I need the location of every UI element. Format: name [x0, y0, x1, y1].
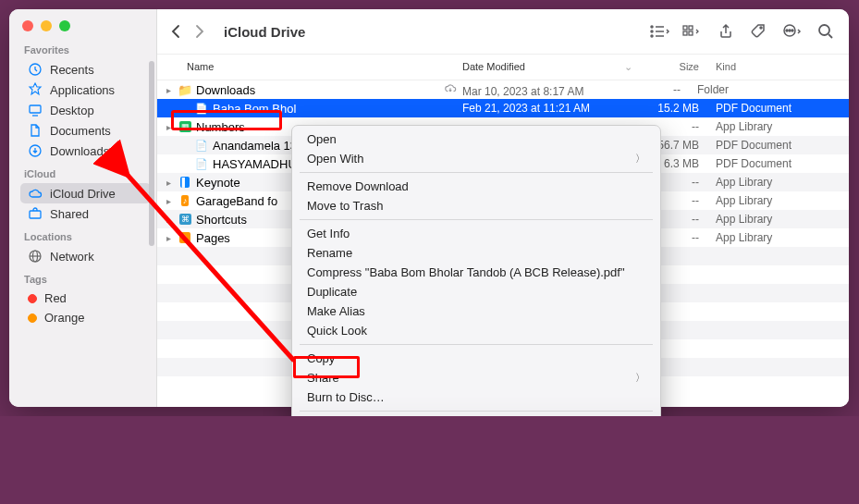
sidebar-item-orange[interactable]: Orange	[20, 308, 151, 327]
file-name: Keynote	[196, 176, 240, 190]
apps-icon	[28, 82, 43, 97]
svg-point-21	[786, 30, 788, 31]
file-row[interactable]: ▸📁Downloads Mar 10, 2023 at 8:17 AM--Fol…	[157, 80, 849, 99]
separator	[300, 172, 653, 173]
context-open[interactable]: Open	[292, 129, 660, 149]
file-size: 15.2 MB	[642, 102, 706, 115]
context-quick[interactable]: Quick Look	[292, 321, 660, 340]
separator	[300, 344, 653, 345]
file-kind: App Library	[706, 194, 849, 207]
toolbar: iCloud Drive	[157, 9, 849, 54]
file-name: GarageBand fo	[196, 194, 277, 208]
back-button[interactable]	[170, 24, 181, 39]
file-date: Mar 10, 2023 at 8:17 AM	[462, 85, 583, 98]
file-name: Shortcuts	[196, 213, 247, 227]
file-name: Pages	[196, 231, 230, 245]
disclosure-icon[interactable]: ▸	[163, 85, 174, 95]
file-name: Downloads	[196, 83, 255, 97]
column-headers[interactable]: Name Date Modified ⌄ Size Kind	[157, 54, 849, 80]
file-kind: Folder	[688, 83, 849, 96]
tag-dot-icon	[28, 294, 37, 303]
sidebar-item-shared[interactable]: Shared	[20, 203, 151, 224]
sidebar-item-label: Recents	[50, 63, 94, 77]
sidebar-item-applications[interactable]: Applications	[20, 80, 151, 100]
svg-rect-15	[689, 26, 693, 30]
sidebar-item-label: Desktop	[50, 104, 94, 117]
file-name: HASYAMADHU	[213, 157, 297, 171]
sidebar-item-documents[interactable]: Documents	[20, 120, 151, 141]
disclosure-icon[interactable]: ▸	[163, 233, 174, 243]
svg-rect-16	[683, 31, 687, 35]
cloud-download-icon[interactable]	[444, 85, 457, 98]
col-size[interactable]: Size	[642, 58, 706, 76]
sidebar-scrollbar[interactable]	[147, 55, 156, 314]
context-make[interactable]: Make Alias	[292, 301, 660, 321]
window-title: iCloud Drive	[224, 24, 305, 40]
group-icon[interactable]	[682, 24, 703, 39]
file-kind: App Library	[706, 231, 849, 244]
context-share[interactable]: Share〉	[292, 368, 660, 387]
shared-icon	[28, 206, 43, 221]
clock-icon	[28, 62, 43, 77]
disclosure-icon[interactable]: ▸	[163, 122, 174, 132]
svg-point-10	[651, 31, 653, 32]
context-duplicate[interactable]: Duplicate	[292, 282, 660, 301]
svg-rect-14	[683, 26, 687, 30]
keynote-icon: ▌	[178, 175, 192, 190]
separator	[300, 411, 653, 412]
disclosure-icon[interactable]: ▸	[163, 178, 174, 188]
forward-button[interactable]	[194, 24, 205, 39]
svg-point-20	[789, 30, 791, 31]
file-kind: App Library	[706, 120, 849, 133]
tag-icon[interactable]	[749, 23, 769, 40]
svg-point-18	[760, 27, 762, 29]
sidebar-item-label: iCloud Drive	[50, 187, 116, 201]
context-compress[interactable]: Compress "Baba Bom Bholar Tandob (A BCB …	[292, 263, 660, 282]
sidebar-item-label: Orange	[44, 311, 84, 325]
separator	[300, 219, 653, 220]
context-rename[interactable]: Rename	[292, 243, 660, 263]
file-date: Feb 21, 2023 at 11:21 AM	[462, 102, 590, 115]
more-icon[interactable]	[782, 23, 803, 40]
sidebar-item-label: Network	[50, 250, 94, 264]
sidebar-item-recents[interactable]: Recents	[20, 59, 151, 80]
view-list-icon[interactable]	[649, 24, 669, 39]
col-name[interactable]: Name	[157, 58, 462, 76]
sidebar-item-network[interactable]: Network	[20, 246, 151, 266]
context-open[interactable]: Open With〉	[292, 149, 660, 168]
sidebar-item-desktop[interactable]: Desktop	[20, 100, 151, 120]
sidebar-item-red[interactable]: Red	[20, 289, 151, 308]
share-icon[interactable]	[716, 23, 736, 40]
desktop-icon	[28, 103, 43, 117]
file-row[interactable]: 📄Baba Bom Bholar Tandob (A BCB Release).…	[157, 99, 849, 117]
file-name: Anandamela 13	[213, 139, 297, 153]
sidebar-list: FavoritesRecentsApplicationsDesktopDocum…	[9, 37, 156, 407]
sidebar-item-icloud-drive[interactable]: iCloud Drive	[20, 183, 151, 203]
pdf-icon: 📄	[194, 156, 209, 171]
sidebar-item-label: Downloads	[50, 144, 109, 158]
context-copy[interactable]: Copy	[292, 349, 660, 368]
close-icon[interactable]	[22, 20, 33, 31]
file-name: Baba Bom Bholar Tandob (A BCB Release).p…	[213, 102, 296, 116]
search-icon[interactable]	[816, 23, 836, 40]
col-kind[interactable]: Kind	[706, 58, 849, 76]
doc-icon	[28, 123, 43, 138]
zoom-icon[interactable]	[59, 20, 70, 31]
context-move[interactable]: Move to Trash	[292, 196, 660, 215]
disclosure-icon[interactable]: ▸	[163, 196, 174, 206]
disclosure-icon[interactable]: ▸	[163, 215, 174, 225]
svg-point-23	[819, 25, 829, 35]
file-kind: PDF Document	[706, 139, 849, 152]
minimize-icon[interactable]	[41, 20, 52, 31]
sidebar-item-downloads[interactable]: Downloads	[20, 141, 151, 161]
svg-point-8	[651, 26, 653, 28]
context-remove[interactable]: Remove Download	[292, 177, 660, 196]
shortcuts-icon: ⌘	[178, 212, 192, 227]
context-burn[interactable]: Burn to Disc…	[292, 387, 660, 407]
context-get[interactable]: Get Info	[292, 224, 660, 243]
sidebar-item-label: Documents	[50, 124, 111, 138]
globe-icon	[28, 249, 43, 264]
col-date[interactable]: Date Modified ⌄	[462, 58, 642, 76]
tag-dot-icon	[28, 313, 37, 323]
download-icon	[28, 143, 43, 158]
